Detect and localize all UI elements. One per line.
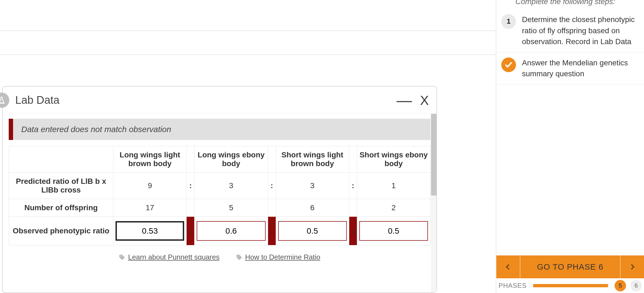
row-label: Predicted ratio of LlB b x LlBb cross <box>9 173 113 199</box>
panel-title: Lab Data <box>15 94 59 106</box>
minimize-button[interactable]: — <box>397 97 412 103</box>
row-label: Observed phenotypic ratio <box>9 217 113 245</box>
observed-ratio-input-2[interactable] <box>197 221 265 241</box>
phase-dot-5[interactable]: 5 <box>615 280 626 291</box>
cell-blank <box>187 199 195 217</box>
cell-blank <box>349 199 357 217</box>
header-blank <box>187 146 195 173</box>
ratio-colon: : <box>187 173 195 199</box>
lab-data-table: Long wings light brown body Long wings e… <box>9 146 430 245</box>
cell-blank <box>268 199 276 217</box>
table-header-row: Long wings light brown body Long wings e… <box>9 146 430 173</box>
header-blank <box>268 146 276 173</box>
observed-ratio-input-1[interactable] <box>116 221 184 241</box>
ratio-colon: : <box>349 217 357 245</box>
scrollbar-thumb[interactable] <box>431 114 436 196</box>
check-icon <box>501 57 516 72</box>
panel-body: Data entered does not match observation … <box>3 114 436 292</box>
header-blank <box>9 146 113 173</box>
row-label: Number of offspring <box>9 199 113 217</box>
cell-value: 1 <box>357 173 430 199</box>
cell-value: 5 <box>195 199 268 217</box>
link-determine-ratio[interactable]: How to Determine Ratio <box>236 253 320 261</box>
col-header: Long wings ebony body <box>195 146 268 173</box>
step-item-2[interactable]: Answer the Mendelian genetics summary qu… <box>496 53 644 85</box>
col-header: Long wings light brown body <box>113 146 187 173</box>
close-button[interactable]: X <box>420 93 429 108</box>
phase-next-button[interactable] <box>620 255 644 278</box>
cell-value: 2 <box>357 199 430 217</box>
link-label: Learn about Punnett squares <box>128 253 219 261</box>
observed-ratio-input-3[interactable] <box>278 221 347 241</box>
panel-header: Lab Data — X <box>3 87 436 114</box>
cell-value: 3 <box>276 173 349 199</box>
link-label: How to Determine Ratio <box>245 253 320 261</box>
step-item-1[interactable]: 1 Determine the closest phenotypic ratio… <box>496 9 644 53</box>
flask-icon <box>0 93 9 108</box>
col-header: Short wings light brown body <box>276 146 349 173</box>
row-offspring: Number of offspring 17 5 6 2 <box>9 199 430 217</box>
header-blank <box>349 146 357 173</box>
divider <box>0 30 496 31</box>
steps-sidebar: Complete the following steps: 1 Determin… <box>496 0 644 293</box>
phase-button-label: GO TO PHASE 6 <box>537 262 603 271</box>
cell-value: 17 <box>113 199 187 217</box>
step-text: Determine the closest phenotypic ratio o… <box>522 14 636 47</box>
tag-icon <box>119 254 125 261</box>
steps-heading: Complete the following steps: <box>496 0 644 9</box>
cell-value: 3 <box>195 173 268 199</box>
phase-prev-button[interactable] <box>496 255 520 278</box>
step-text: Answer the Mendelian genetics summary qu… <box>522 57 636 80</box>
divider <box>0 54 496 55</box>
phase-dot-6[interactable]: 6 <box>630 280 642 291</box>
phase-progress: PHASES 5 6 <box>496 278 644 293</box>
step-number-badge: 1 <box>501 14 516 29</box>
phases-label: PHASES <box>499 282 527 289</box>
ratio-colon: : <box>349 173 357 199</box>
ratio-colon: : <box>187 217 194 245</box>
row-observed: Observed phenotypic ratio : : : <box>9 217 430 245</box>
phase-progress-bar <box>533 284 608 287</box>
go-to-phase-button[interactable]: GO TO PHASE 6 <box>496 255 644 278</box>
tag-icon <box>236 254 242 261</box>
cell-value: 6 <box>276 199 349 217</box>
help-links: Learn about Punnett squares How to Deter… <box>9 253 430 261</box>
link-punnett-squares[interactable]: Learn about Punnett squares <box>119 253 219 261</box>
error-banner: Data entered does not match observation <box>9 119 430 140</box>
col-header: Short wings ebony body <box>357 146 430 173</box>
lab-data-panel: Lab Data — X Data entered does not match… <box>2 86 437 293</box>
row-predicted: Predicted ratio of LlB b x LlBb cross 9 … <box>9 173 430 199</box>
observed-ratio-input-4[interactable] <box>359 221 428 241</box>
ratio-colon: : <box>268 217 276 245</box>
ratio-colon: : <box>268 173 276 199</box>
cell-value: 9 <box>113 173 187 199</box>
